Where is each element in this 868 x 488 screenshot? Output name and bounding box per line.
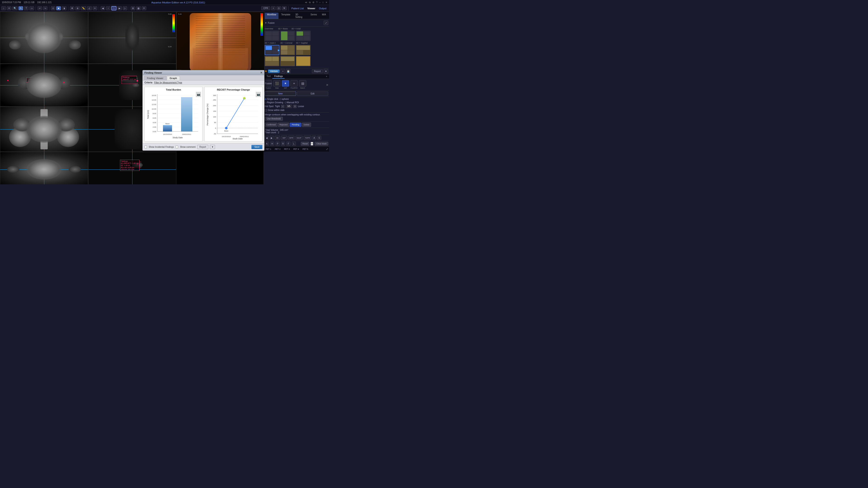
rect-btn[interactable]: ▭ [29,6,34,10]
alpha-f[interactable]: F [286,142,290,146]
batch-tool[interactable]: ▤ Batch [299,80,306,89]
alpha-r[interactable]: R [281,142,285,146]
fusion-tool[interactable]: Fusion Fusion [265,80,272,89]
ct-panel-mid-left[interactable]: Findings Volume: 3.37 cm [0,64,88,107]
pet-tab-2[interactable]: PET 2 [274,148,281,151]
fv-comment-checkbox[interactable] [176,146,178,148]
square-active-btn[interactable]: ■ [56,6,61,10]
fv-filter-label[interactable]: Filter by Measurement Type [154,81,182,84]
play-btn[interactable]: ▶ [117,6,122,10]
add-icon-btn[interactable]: + [281,69,285,73]
tab-ma[interactable]: M/A [320,13,328,19]
alpha-l[interactable]: L [292,142,296,146]
minimize-window-icon[interactable]: – [319,1,320,4]
tab-findings[interactable]: Findings [272,74,285,78]
zoom-btn[interactable]: 🔍 [12,6,18,10]
freeroi-icon[interactable]: ⌖ [290,80,298,87]
fv-incidental-checkbox[interactable] [145,146,147,148]
layout-thumb-axial2-3d[interactable]: ▶ [265,45,279,55]
arrow-down-icon[interactable]: ▼ [324,69,328,73]
pet-panel-bottom-right[interactable]: Findings d1 (RECIST): 1.62 cm d2: 1.48 c… [88,152,176,184]
freehand-btn[interactable]: ✏ [93,6,97,10]
layout-thumb-extra3[interactable] [296,56,311,66]
grow-slab-checkbox[interactable] [265,109,267,111]
fv-tab-graph[interactable]: Graph [167,76,180,80]
panel-3d-viewer[interactable]: 5.83 0.24 [176,12,265,73]
sat-tool[interactable]: ✴ SAT [282,80,289,89]
settings-icon[interactable]: ⚙ [312,1,314,4]
fv-tab-finding[interactable]: Finding Viewer [144,76,166,80]
patient-list-label[interactable]: Patient List [290,7,305,10]
report-button[interactable]: Report [312,69,323,73]
alpha-a[interactable]: A [265,142,269,146]
nav-prev-btn[interactable]: ◀ [265,136,269,140]
layout-thumb-extra2[interactable] [280,56,295,66]
layout-thumb-basic3d[interactable] [280,31,295,41]
circle-btn[interactable]: ⊙ [51,6,55,10]
pet-tab-5[interactable]: PET 5 [302,148,309,151]
manual-roi-radio[interactable] [285,102,286,103]
fv-titlebar[interactable]: Finding Viewer ✕ [143,70,264,75]
rejected-button[interactable]: Rejected [278,123,289,127]
region-growing-option[interactable]: Region Growing [265,101,283,104]
ct-panel-top-left[interactable] [0,12,88,64]
help-icon[interactable]: ? [316,1,318,4]
validate-button[interactable]: Validate [268,70,280,73]
play2-btn[interactable]: ▷ [123,6,127,10]
grid-btn[interactable]: ⊞ [131,6,135,10]
batch-icon[interactable]: ▤ [299,80,306,87]
fv-close-button[interactable]: ✕ [260,71,262,74]
pet-tab-4[interactable]: PET 4 [292,148,300,151]
fusion-expand-btn[interactable]: ⤢ [324,21,328,25]
slab-icon[interactable]: ⬛ [273,80,281,87]
tab-series[interactable]: Series [308,13,319,19]
back-btn[interactable]: ‹ [106,6,111,10]
ct-panel-bottom-left[interactable] [0,152,88,184]
new-button[interactable]: New [265,92,296,96]
home-btn[interactable]: ⌂ [1,6,6,10]
single-click-radio[interactable] [265,98,267,100]
sphere-radio[interactable] [280,98,281,100]
alpha-p[interactable]: P [276,142,280,146]
crosshair-btn[interactable]: ✛ [7,6,11,10]
sphere-option[interactable]: sphere [280,98,289,100]
clear-mask-button[interactable]: Clear Mask [315,142,328,145]
sat-icon[interactable]: ✴ [282,80,289,87]
output-label[interactable]: Output [318,7,328,10]
probe-btn[interactable]: ⊕ [75,6,80,10]
tab-3d-setting[interactable]: 3D Setting [293,13,308,19]
angle-btn[interactable]: ∠ [87,6,92,10]
tab-template[interactable]: Template [279,13,293,19]
nav-3d-btn[interactable]: 3D [275,136,280,140]
tight-plus-btn[interactable]: + [293,105,297,108]
tools-btn[interactable]: ⚒ [282,6,287,10]
cpr-button[interactable]: CPR [261,6,270,10]
ruler-btn[interactable]: 📏 [81,6,86,10]
single-click-option[interactable]: Single click [265,98,278,100]
undo-btn[interactable]: ↩ [37,6,42,10]
plus-btn[interactable]: + [271,6,276,10]
viewer-label[interactable]: Viewer [306,7,317,10]
maximize-window-icon[interactable]: □ [322,1,324,4]
region-growing-radio[interactable] [265,102,267,103]
fusion-icon[interactable]: Fusion [265,80,272,87]
chart2-camera-btn[interactable]: 📷 [256,92,261,97]
restore-icon[interactable]: ⧉ [309,1,311,4]
nav-next-btn[interactable]: ▶ [270,136,274,140]
expand-btn[interactable]: ⊡ [276,6,281,10]
freeroi-tool[interactable]: ⌖ FreeROI [290,80,298,89]
fv-report-arrow[interactable]: ▼ [210,145,215,149]
fusion-arrow[interactable]: ▼ [265,22,267,24]
layout-thumb-overview[interactable] [265,31,279,41]
nav-minip-btn[interactable]: MinIP [296,136,303,140]
nav-mpr-btn[interactable]: MPR [288,136,294,140]
redo-btn[interactable]: ↪ [43,6,48,10]
save-icon-btn[interactable]: 💾 [286,69,290,73]
minimize-icon[interactable]: ≪ [305,1,307,4]
tight-value[interactable]: 3/5 [286,105,292,108]
vol-btn[interactable]: ◀ [101,6,105,10]
fv-report-button[interactable]: Report [197,145,208,149]
tight-minus-btn[interactable]: – [281,105,284,108]
fv-save-button[interactable]: Save [251,145,262,149]
confirmed-button[interactable]: Confirmed [265,123,277,127]
